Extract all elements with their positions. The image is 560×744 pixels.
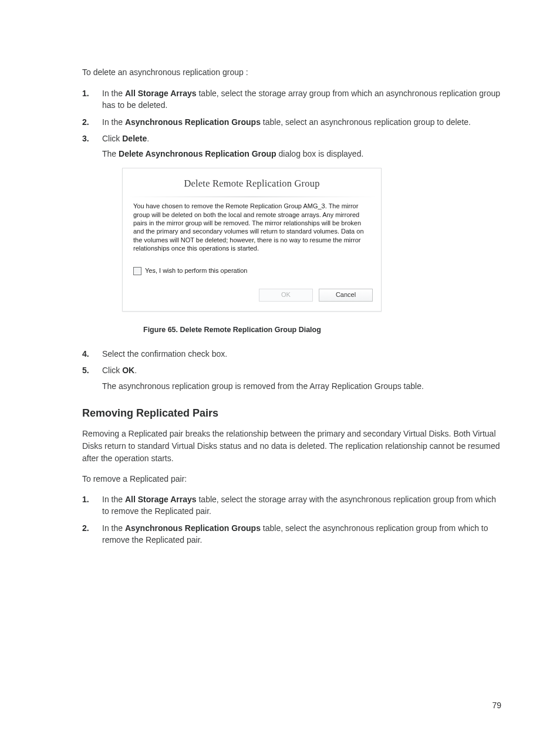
text: dialog box is displayed. xyxy=(276,149,364,158)
step-a3: Click Delete. The Delete Asynchronous Re… xyxy=(82,133,501,335)
bold: Delete xyxy=(122,134,147,143)
text: In the xyxy=(102,523,125,533)
dialog-message: You have chosen to remove the Remote Rep… xyxy=(123,197,381,256)
bold: Asynchronous Replication Groups xyxy=(125,117,261,127)
text: The xyxy=(102,149,119,158)
confirm-checkbox-row[interactable]: Yes, I wish to perform this operation xyxy=(123,256,381,282)
steps-list-a: In the All Storage Arrays table, select … xyxy=(82,87,501,335)
step-c2: In the Asynchronous Replication Groups t… xyxy=(82,522,501,546)
checkbox-label: Yes, I wish to perform this operation xyxy=(145,266,247,276)
bold: All Storage Arrays xyxy=(125,495,197,504)
figure-caption: Figure 65. Delete Remote Replication Gro… xyxy=(143,324,501,335)
text: Click xyxy=(102,366,122,375)
step-b5: Click OK. The asynchronous replication g… xyxy=(82,364,501,392)
bold: Delete Asynchronous Replication Group xyxy=(119,149,276,158)
text: Click xyxy=(102,134,122,143)
bold: OK xyxy=(122,366,134,375)
text: table, select an asynchronous replicatio… xyxy=(261,117,471,127)
page-number: 79 xyxy=(492,701,501,710)
section-heading: Removing Replicated Pairs xyxy=(82,407,501,420)
text: In the xyxy=(102,89,125,98)
section-p1: Removing a Replicated pair breaks the re… xyxy=(82,428,501,465)
step-a2: In the Asynchronous Replication Groups t… xyxy=(82,116,501,128)
text: In the xyxy=(102,495,125,504)
dialog-actions: OK Cancel xyxy=(123,282,381,311)
text: Select the confirmation check box. xyxy=(102,349,227,359)
step-b4: Select the confirmation check box. xyxy=(82,348,501,360)
section-p2: To remove a Replicated pair: xyxy=(82,473,501,485)
ok-button[interactable]: OK xyxy=(259,289,313,302)
intro-text: To delete an asynchronous replication gr… xyxy=(82,67,501,77)
document-page: To delete an asynchronous replication gr… xyxy=(0,0,560,744)
cancel-button[interactable]: Cancel xyxy=(319,289,373,302)
text: . xyxy=(134,366,137,375)
step-c1: In the All Storage Arrays table, select … xyxy=(82,493,501,518)
bold: All Storage Arrays xyxy=(125,89,197,98)
steps-list-c: In the All Storage Arrays table, select … xyxy=(82,493,501,546)
checkbox-icon[interactable] xyxy=(133,267,141,275)
dialog-figure: Delete Remote Replication Group You have… xyxy=(122,168,382,312)
dialog-title: Delete Remote Replication Group xyxy=(123,168,381,197)
text: . xyxy=(147,134,149,143)
step-b5-sub: The asynchronous replication group is re… xyxy=(102,380,501,392)
bold: Asynchronous Replication Groups xyxy=(125,523,261,533)
steps-list-b: Select the confirmation check box. Click… xyxy=(82,348,501,392)
step-a1: In the All Storage Arrays table, select … xyxy=(82,87,501,111)
step-a3-sub: The Delete Asynchronous Replication Grou… xyxy=(102,148,501,160)
text: In the xyxy=(102,117,125,127)
